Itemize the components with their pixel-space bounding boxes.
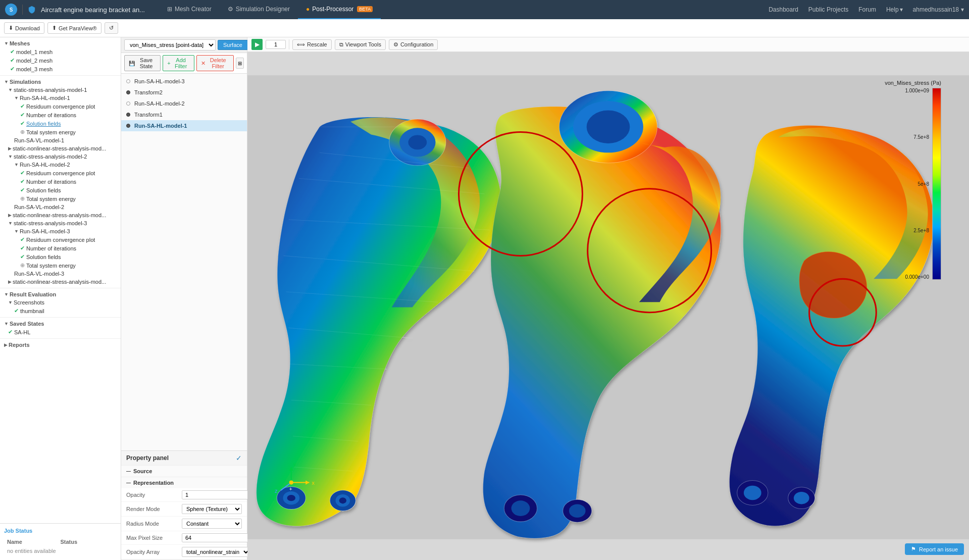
mesh-model2[interactable]: ✔ model_2 mesh — [0, 56, 121, 65]
save-state-button[interactable]: 💾 Save State — [124, 55, 161, 71]
solution-fields-3[interactable]: ✔ Solution fields — [16, 252, 121, 261]
reports-header[interactable]: ▶ Reports — [0, 341, 121, 349]
colorbar-labels: 1.000e+09 7.5e+8 5e+8 2.5e+8 0.000e+00 — [905, 88, 929, 280]
residuum-3[interactable]: ✔ Residuum convergence plot — [16, 235, 121, 244]
render-mode-select[interactable]: Sphere (Texture) — [182, 504, 242, 514]
plus-icon: ⊕ — [20, 262, 25, 269]
property-check-icon[interactable]: ✓ — [236, 454, 242, 462]
expand-icon: ▶ — [8, 213, 12, 218]
add-filter-button[interactable]: + Add Filter — [163, 55, 194, 71]
pipeline-dot — [126, 113, 130, 117]
source-section-header[interactable]: — Source — [121, 466, 247, 477]
svg-text:+: + — [289, 486, 292, 492]
left-panel: ▼ Meshes ✔ model_1 mesh ✔ model_2 mesh ✔… — [0, 37, 121, 560]
add-icon: + — [167, 60, 170, 66]
screenshots-item[interactable]: ▼ Screenshots — [4, 298, 121, 307]
paraview-button[interactable]: ⬆ Get ParaView® — [47, 22, 101, 34]
pipeline-item-run-sa-hl-1[interactable]: Run-SA-HL-model-1 — [121, 120, 247, 131]
num-iter-3[interactable]: ✔ Number of iterations — [16, 244, 121, 252]
more-options-button[interactable]: ⊞ — [236, 58, 244, 69]
svg-point-9 — [408, 135, 427, 150]
meshes-label: Meshes — [10, 40, 30, 46]
viewport: ▶ ⟺ Rescale ⧉ Viewport Tools ⚙ Configura… — [247, 37, 969, 560]
play-button[interactable]: ▶ — [251, 39, 263, 50]
reports-label: Reports — [9, 342, 30, 348]
sim-nonlinear-1[interactable]: ▶ static-nonlinear-stress-analysis-mod..… — [4, 144, 121, 152]
job-status-title: Job Status — [4, 528, 117, 534]
svg-point-3 — [287, 495, 295, 501]
surface-mode-btn[interactable]: Surface — [218, 40, 248, 50]
num-iter-1[interactable]: ✔ Number of iterations — [16, 111, 121, 119]
sim-group-2[interactable]: ▼ static-stress-analysis-model-2 — [4, 152, 121, 161]
plus-icon: ⊕ — [20, 129, 25, 135]
opacity-array-select[interactable]: total_nonlinear_strain — [182, 547, 250, 557]
mesh-model3[interactable]: ✔ model_3 mesh — [0, 65, 121, 73]
meshes-header[interactable]: ▼ Meshes — [0, 39, 121, 47]
thumbnail-item[interactable]: ✔ thumbnail — [10, 307, 121, 315]
sim-group-1[interactable]: ▼ static-stress-analysis-model-1 — [4, 86, 121, 94]
run-sa-hl-1[interactable]: ▼ Run-SA-HL-model-1 — [10, 94, 121, 102]
dashboard-link[interactable]: Dashboard — [769, 6, 798, 13]
run-sa-vl-2[interactable]: Run-SA-VL-model-2 — [10, 203, 121, 211]
run-sa-vl-3[interactable]: Run-SA-VL-model-3 — [10, 270, 121, 278]
refresh-button[interactable]: ↺ — [105, 22, 118, 34]
total-energy-3[interactable]: ⊕ Total system energy — [16, 261, 121, 270]
saved-states-header[interactable]: ▼ Saved States — [0, 320, 121, 328]
flag-icon: ⚑ — [911, 546, 916, 552]
pipeline-item-run-sa-hl-3[interactable]: Run-SA-HL-model-3 — [121, 76, 247, 87]
download-button[interactable]: ⬇ Download — [4, 22, 44, 34]
residuum-1[interactable]: ✔ Residuum convergence plot — [16, 102, 121, 111]
nav-right: Dashboard Public Projects Forum Help ▾ a… — [769, 6, 964, 13]
configuration-button[interactable]: ⚙ Configuration — [389, 39, 438, 50]
sa-hl-item[interactable]: ✔ SA-HL — [4, 328, 121, 336]
check-icon: ✔ — [10, 48, 15, 55]
representation-section-header[interactable]: — Representation — [121, 477, 247, 488]
pipeline-item-transform1[interactable]: Transform1 — [121, 109, 247, 120]
check-icon: ✔ — [10, 57, 15, 64]
residuum-2[interactable]: ✔ Residuum convergence plot — [16, 169, 121, 177]
run-sa-vl-1[interactable]: Run-SA-VL-model-1 — [10, 136, 121, 144]
svg-text:z: z — [275, 488, 278, 494]
help-link[interactable]: Help ▾ — [886, 6, 903, 13]
simulations-header[interactable]: ▼ Simulations — [0, 78, 121, 86]
paraview-icon: ⬆ — [52, 25, 57, 31]
radius-mode-select[interactable]: Constant — [182, 519, 242, 529]
pipeline-item-transform2[interactable]: Transform2 — [121, 87, 247, 98]
public-projects-link[interactable]: Public Projects — [808, 6, 848, 13]
result-eval-header[interactable]: ▼ Result Evaluation — [0, 290, 121, 298]
expand-icon: ▶ — [4, 342, 8, 347]
radius-mode-label: Radius Mode — [126, 521, 182, 527]
delete-filter-button[interactable]: ✕ Delete Filter — [196, 55, 234, 71]
solution-fields-2[interactable]: ✔ Solution fields — [16, 186, 121, 194]
total-energy-1[interactable]: ⊕ Total system energy — [16, 128, 121, 136]
job-empty-row: no entities available — [5, 547, 116, 555]
svg-point-6 — [339, 497, 346, 503]
num-iter-2[interactable]: ✔ Number of iterations — [16, 177, 121, 186]
frame-input[interactable] — [266, 40, 286, 49]
report-issue-button[interactable]: ⚑ Report an issue — [905, 543, 964, 555]
colorbar-container: von_Mises_stress (Pa) 1.000e+09 7.5e+8 5… — [885, 80, 941, 280]
tab-post-processor[interactable]: ● Post-Processor BETA — [298, 0, 381, 19]
tab-mesh-creator[interactable]: ⊞ Mesh Creator — [159, 0, 220, 19]
sim-nonlinear-2[interactable]: ▶ static-nonlinear-stress-analysis-mod..… — [4, 211, 121, 219]
user-menu[interactable]: ahmedhussain18 ▾ — [913, 6, 964, 13]
pipeline-item-run-sa-hl-2[interactable]: Run-SA-HL-model-2 — [121, 98, 247, 109]
pipeline-list: Run-SA-HL-model-3 Transform2 Run-SA-HL-m… — [121, 74, 247, 450]
sim-group-3[interactable]: ▼ static-stress-analysis-model-3 — [4, 219, 121, 227]
solution-fields-1[interactable]: ✔ Solution fields — [16, 119, 121, 128]
app-logo: S Aircraft engine bearing bracket an... — [5, 4, 145, 16]
rescale-button[interactable]: ⟺ Rescale — [292, 39, 332, 50]
project-title: Aircraft engine bearing bracket an... — [41, 6, 145, 14]
tab-simulation-designer[interactable]: ⚙ Simulation Designer — [220, 0, 298, 19]
run-sa-hl-2[interactable]: ▼ Run-SA-HL-model-2 — [10, 161, 121, 169]
sim-nonlinear-3[interactable]: ▶ static-nonlinear-stress-analysis-mod..… — [4, 278, 121, 286]
total-energy-2[interactable]: ⊕ Total system energy — [16, 194, 121, 203]
forum-link[interactable]: Forum — [858, 6, 876, 13]
pipeline-dot — [126, 79, 130, 83]
run-sa-hl-3[interactable]: ▼ Run-SA-HL-model-3 — [10, 227, 121, 235]
middle-panel: von_Mises_stress [point-data] Surface 💾 … — [121, 37, 247, 560]
check-icon: ✔ — [20, 253, 25, 260]
mesh-model1[interactable]: ✔ model_1 mesh — [0, 47, 121, 56]
field-selector[interactable]: von_Mises_stress [point-data] — [124, 39, 216, 50]
viewport-tools-button[interactable]: ⧉ Viewport Tools — [335, 39, 386, 50]
